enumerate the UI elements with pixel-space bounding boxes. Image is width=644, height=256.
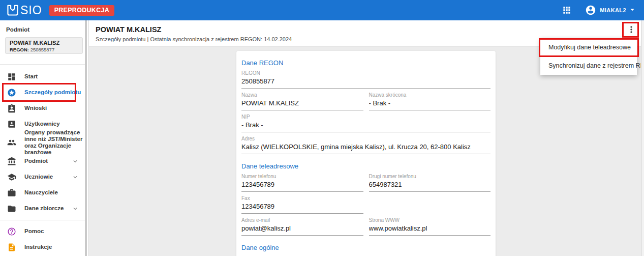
sidebar-item-label: Podmiot xyxy=(24,158,48,164)
dashboard-icon xyxy=(7,72,16,81)
field-drugi-numer-telefonu: Drugi numer telefonu 654987321 xyxy=(369,174,491,192)
help-icon xyxy=(7,227,16,236)
sidebar-item-uczniowie[interactable]: Uczniowie xyxy=(0,169,85,185)
sidebar-item-instrukcje[interactable]: Instrukcje xyxy=(0,239,85,255)
sidebar-item-label: Instrukcje xyxy=(24,244,52,250)
sidebar-scrollbar[interactable] xyxy=(85,20,87,256)
page-scrollbar[interactable] xyxy=(641,20,644,256)
options-dropdown-menu: Modyfikuj dane teleadresowe Synchronizuj… xyxy=(540,38,637,75)
sidebar-footer-nav: Pomoc Instrukcje xyxy=(0,223,85,255)
field-regon: REGON 250855877 xyxy=(241,70,490,89)
topbar: SIO PREPRODUKCJA MIAKAL2 xyxy=(0,0,644,20)
sidebar-item-label: Pomoc xyxy=(24,228,44,235)
environment-badge: PREPRODUKCJA xyxy=(49,5,114,16)
folder-icon xyxy=(7,204,16,213)
sidebar-item-label: Szczegóły podmiotu xyxy=(24,89,81,96)
graduation-cap-icon xyxy=(7,173,16,182)
field-label: Adres xyxy=(241,136,490,141)
sidebar-item-label: Użytkownicy xyxy=(24,121,60,127)
sidebar-item-label: Nauczyciele xyxy=(24,189,58,196)
document-icon xyxy=(7,243,16,252)
field-value: POWIAT M.KALISZ xyxy=(241,99,363,107)
field-label: Numer telefonu xyxy=(241,174,363,179)
field-value: powiat@kalisz.pl xyxy=(241,224,363,232)
star-circle-icon xyxy=(7,88,16,97)
page-title: POWIAT M.KALISZ xyxy=(96,25,161,34)
field-value: www.powiatkalisz.pl xyxy=(369,224,491,232)
chevron-down-icon xyxy=(72,158,79,165)
sidebar-section-label: Podmiot xyxy=(6,26,29,33)
user-avatar-icon xyxy=(585,5,596,16)
field-strona-www: Strona WWW www.powiatkalisz.pl xyxy=(369,217,491,236)
sio-book-icon xyxy=(6,4,19,17)
field-value: - Brak - xyxy=(241,121,490,129)
sidebar: Podmiot POWIAT M.KALISZ REGON: 250855877… xyxy=(0,20,89,256)
field-value: 250855877 xyxy=(241,77,490,85)
sidebar-item-dane-zbiorcze[interactable]: Dane zbiorcze xyxy=(0,201,85,216)
entity-regon-value: 250855877 xyxy=(30,47,55,52)
empty-column xyxy=(369,192,491,214)
entity-context-box: POWIAT M.KALISZ REGON: 250855877 xyxy=(5,37,83,54)
field-adres-email: Adres e-mail powiat@kalisz.pl xyxy=(241,217,363,236)
field-label: Fax xyxy=(241,195,363,201)
field-label: Drugi numer telefonu xyxy=(369,174,491,179)
chevron-down-icon xyxy=(626,4,637,16)
field-label: NIP xyxy=(241,114,490,120)
field-value: 123456789 xyxy=(241,203,363,210)
sidebar-item-pomoc[interactable]: Pomoc xyxy=(0,223,85,239)
username-label: MIAKAL2 xyxy=(600,7,626,13)
sidebar-item-label: Dane zbiorcze xyxy=(24,205,64,212)
menu-item-modyfikuj-dane-teleadresowe[interactable]: Modyfikuj dane teleadresowe xyxy=(540,38,637,56)
field-nazwa-skrocona: Nazwa skrócona - Brak - xyxy=(369,92,491,110)
field-label: Strona WWW xyxy=(369,217,491,223)
section-title-dane-ogolne: Dane ogólne xyxy=(241,236,490,251)
more-options-icon[interactable] xyxy=(625,24,637,37)
briefcase-icon xyxy=(7,188,16,197)
entity-name: POWIAT M.KALISZ xyxy=(10,40,78,46)
field-label: Nazwa xyxy=(241,92,363,98)
entity-regon-label: REGON: xyxy=(10,47,29,52)
bank-icon xyxy=(7,157,16,166)
sidebar-item-label: Organy prowadzące inne niż JST/Minister … xyxy=(24,129,85,156)
field-label: Nazwa skrócona xyxy=(369,92,491,98)
section-title-dane-regon: Dane REGON xyxy=(241,51,490,67)
sidebar-item-label: Start xyxy=(24,73,38,80)
field-nazwa: Nazwa POWIAT M.KALISZ xyxy=(241,92,363,110)
sidebar-nav: Start Szczegóły podmiotu Wnioski Użytkow… xyxy=(0,69,85,216)
page-subtitle: Szczegóły podmiotu | Ostatnia synchroniz… xyxy=(96,36,292,42)
sidebar-item-label: Wnioski xyxy=(24,105,47,111)
entity-details-card: Dane REGON REGON 250855877 Nazwa POWIAT … xyxy=(236,51,496,256)
field-label: REGON xyxy=(241,70,490,76)
field-value: Kalisz (WIELKOPOLSKIE, gmina miejska Kal… xyxy=(241,143,490,151)
contact-card-icon xyxy=(7,120,16,129)
field-numer-telefonu: Numer telefonu 123456789 xyxy=(241,174,363,192)
field-nip: NIP - Brak - xyxy=(241,114,490,132)
sidebar-item-nauczyciele[interactable]: Nauczyciele xyxy=(0,185,85,201)
logo-text: SIO xyxy=(20,4,42,17)
field-value: 654987321 xyxy=(369,181,491,188)
entity-regon: REGON: 250855877 xyxy=(10,47,78,52)
assignment-person-icon xyxy=(7,104,16,113)
sidebar-item-organy-prowadzace[interactable]: Organy prowadzące inne niż JST/Minister … xyxy=(0,132,85,153)
sio-logo: SIO xyxy=(6,4,42,17)
menu-item-synchronizuj-dane-regon[interactable]: Synchronizuj dane z rejestrem REGON xyxy=(540,56,637,75)
section-title-dane-teleadresowe: Dane teleadresowe xyxy=(241,154,490,170)
sidebar-divider xyxy=(0,220,85,220)
user-menu[interactable]: MIAKAL2 xyxy=(585,4,637,16)
sidebar-item-start[interactable]: Start xyxy=(0,69,85,84)
field-label: Adres e-mail xyxy=(241,217,363,223)
field-adres: Adres Kalisz (WIELKOPOLSKIE, gmina miejs… xyxy=(241,136,490,154)
field-value: 123456789 xyxy=(241,181,363,188)
group-icon xyxy=(7,138,16,147)
field-value: - Brak - xyxy=(369,99,491,107)
sidebar-item-szczegoly-podmiotu[interactable]: Szczegóły podmiotu xyxy=(0,84,85,100)
chevron-down-icon xyxy=(72,174,79,181)
sidebar-item-label: Uczniowie xyxy=(24,174,53,180)
field-fax: Fax 123456789 xyxy=(241,195,363,214)
sidebar-item-wnioski[interactable]: Wnioski xyxy=(0,100,85,116)
sidebar-divider xyxy=(0,64,85,65)
chevron-down-icon xyxy=(72,205,79,212)
apps-grid-icon[interactable] xyxy=(562,5,572,15)
